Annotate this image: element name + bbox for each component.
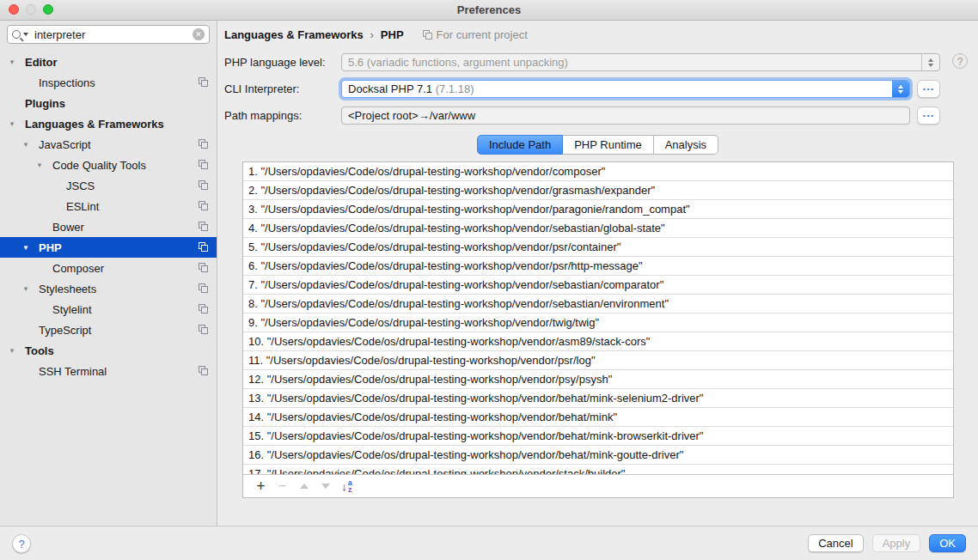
include-path-row[interactable]: 15. "/Users/opdavies/Code/os/drupal-test… xyxy=(243,427,953,446)
path-mappings-field[interactable]: <Project root>→/var/www xyxy=(341,107,910,125)
include-path-row[interactable]: 6. "/Users/opdavies/Code/os/drupal-testi… xyxy=(243,257,953,276)
per-project-settings-icon xyxy=(199,325,208,334)
preferences-window: Preferences ✕ ▼EditorInspectionsPlugins▼… xyxy=(0,0,978,560)
move-up-button[interactable] xyxy=(293,475,315,497)
close-window-icon[interactable] xyxy=(9,4,19,15)
edit-path-mappings-button[interactable]: ... xyxy=(917,107,940,125)
expand-arrow-icon[interactable]: ▼ xyxy=(22,141,39,149)
search-options-chevron-icon[interactable] xyxy=(23,33,28,36)
sidebar-item-ssh-terminal[interactable]: SSH Terminal xyxy=(0,361,217,381)
sidebar-item-label: Plugins xyxy=(25,97,65,110)
sidebar-item-label: Tools xyxy=(25,344,54,357)
sidebar-item-plugins[interactable]: Plugins xyxy=(0,93,217,113)
clear-search-icon[interactable]: ✕ xyxy=(193,28,205,40)
expand-arrow-icon[interactable]: ▼ xyxy=(9,58,25,66)
minimize-window-icon[interactable] xyxy=(26,4,36,15)
tab-php-runtime[interactable]: PHP Runtime xyxy=(563,135,654,155)
include-path-row[interactable]: 9. "/Users/opdavies/Code/os/drupal-testi… xyxy=(243,313,953,332)
sidebar-item-label: Editor xyxy=(25,56,58,69)
per-project-settings-icon xyxy=(199,201,208,210)
breadcrumb-current: PHP xyxy=(381,28,404,41)
expand-arrow-icon[interactable]: ▼ xyxy=(9,347,25,355)
per-project-settings-icon xyxy=(199,283,208,293)
expand-arrow-icon[interactable]: ▼ xyxy=(36,161,52,169)
per-project-settings-icon xyxy=(199,222,208,231)
remove-path-button[interactable]: − xyxy=(272,475,293,497)
apply-button[interactable]: Apply xyxy=(872,534,921,552)
interpreter-version: (7.1.18) xyxy=(436,82,474,95)
expand-arrow-icon[interactable]: ▼ xyxy=(9,120,25,128)
path-mappings-label: Path mappings: xyxy=(224,109,341,122)
include-path-row[interactable]: 12. "/Users/opdavies/Code/os/drupal-test… xyxy=(243,370,953,389)
breadcrumb-parent: Languages & Frameworks xyxy=(224,28,364,41)
expand-arrow-icon[interactable]: ▼ xyxy=(22,244,39,252)
include-path-row[interactable]: 10. "/Users/opdavies/Code/os/drupal-test… xyxy=(243,332,953,351)
search-input[interactable] xyxy=(33,27,193,42)
language-level-label: PHP language level: xyxy=(224,56,341,69)
context-help-icon[interactable]: ? xyxy=(952,53,968,69)
sidebar-item-code-quality-tools[interactable]: ▼Code Quality Tools xyxy=(0,155,217,175)
sidebar-item-typescript[interactable]: TypeScript xyxy=(0,320,217,340)
dialog-footer: ? Cancel Apply OK xyxy=(0,526,978,560)
cli-interpreter-dropdown[interactable]: Docksal PHP 7.1 (7.1.18) xyxy=(341,80,910,98)
sidebar-item-inspections[interactable]: Inspections xyxy=(0,72,217,93)
sidebar-item-stylelint[interactable]: Stylelint xyxy=(0,299,217,320)
include-path-row[interactable]: 14. "/Users/opdavies/Code/os/drupal-test… xyxy=(243,408,953,427)
sidebar-item-label: Code Quality Tools xyxy=(52,159,146,172)
sort-alphabetically-button[interactable]: ↓ az xyxy=(336,475,358,497)
tab-include-path[interactable]: Include Path xyxy=(477,135,563,155)
sidebar-item-stylesheets[interactable]: ▼Stylesheets xyxy=(0,278,217,299)
php-settings-tabs: Include PathPHP RuntimeAnalysis xyxy=(217,135,978,155)
sidebar-item-label: Composer xyxy=(52,262,104,275)
include-path-row[interactable]: 4. "/Users/opdavies/Code/os/drupal-testi… xyxy=(243,219,953,238)
zoom-window-icon[interactable] xyxy=(43,4,53,15)
sidebar-item-eslint[interactable]: ESLint xyxy=(0,196,217,216)
include-path-row[interactable]: 8. "/Users/opdavies/Code/os/drupal-testi… xyxy=(243,295,953,313)
dropdown-stepper-icon[interactable] xyxy=(921,54,939,70)
per-project-settings-icon xyxy=(199,242,208,252)
search-icon xyxy=(12,30,21,39)
sidebar-item-jscs[interactable]: JSCS xyxy=(0,175,217,196)
add-path-button[interactable]: + xyxy=(250,475,272,497)
include-path-row[interactable]: 2. "/Users/opdavies/Code/os/drupal-testi… xyxy=(243,181,953,200)
per-project-settings-icon xyxy=(199,77,208,87)
sidebar-item-bower[interactable]: Bower xyxy=(0,216,217,237)
include-path-row[interactable]: 7. "/Users/opdavies/Code/os/drupal-testi… xyxy=(243,276,953,295)
include-path-row[interactable]: 1. "/Users/opdavies/Code/os/drupal-testi… xyxy=(243,162,953,181)
sidebar-item-composer[interactable]: Composer xyxy=(0,258,217,278)
browse-interpreters-button[interactable]: ... xyxy=(917,80,940,98)
sort-az-icon: ↓ az xyxy=(341,479,352,493)
sidebar-item-label: ESLint xyxy=(66,200,99,213)
sidebar-item-tools[interactable]: ▼Tools xyxy=(0,340,217,361)
dropdown-stepper-icon[interactable] xyxy=(892,81,909,97)
sidebar-item-label: PHP xyxy=(39,241,62,254)
include-path-row[interactable]: 16. "/Users/opdavies/Code/os/drupal-test… xyxy=(243,446,953,465)
include-path-list: 1. "/Users/opdavies/Code/os/drupal-testi… xyxy=(243,162,953,474)
tab-analysis[interactable]: Analysis xyxy=(654,135,718,155)
settings-search-box[interactable]: ✕ xyxy=(7,25,210,44)
sidebar-item-label: Stylesheets xyxy=(39,283,96,295)
breadcrumb-separator-icon: › xyxy=(370,29,374,41)
sidebar-item-label: Bower xyxy=(52,221,84,234)
include-path-row[interactable]: 3. "/Users/opdavies/Code/os/drupal-testi… xyxy=(243,200,953,219)
php-settings-panel: Languages & Frameworks › PHP For current… xyxy=(217,21,978,526)
include-path-row[interactable]: 5. "/Users/opdavies/Code/os/drupal-testi… xyxy=(243,238,953,257)
help-button[interactable]: ? xyxy=(12,534,31,553)
move-down-button[interactable] xyxy=(315,475,336,497)
settings-sidebar: ✕ ▼EditorInspectionsPlugins▼Languages & … xyxy=(0,21,217,526)
expand-arrow-icon[interactable]: ▼ xyxy=(22,285,39,293)
language-level-dropdown[interactable]: 5.6 (variadic functions, argument unpack… xyxy=(341,53,940,71)
sidebar-item-editor[interactable]: ▼Editor xyxy=(0,52,217,72)
sidebar-item-label: TypeScript xyxy=(39,324,91,337)
include-path-row[interactable]: 13. "/Users/opdavies/Code/os/drupal-test… xyxy=(243,389,953,408)
sidebar-item-label: Inspections xyxy=(39,76,95,89)
include-path-row[interactable]: 17. "/Users/opdavies/Code/os/drupal-test… xyxy=(243,465,953,474)
sidebar-item-php[interactable]: ▼PHP xyxy=(0,237,217,258)
cancel-button[interactable]: Cancel xyxy=(808,534,863,552)
sidebar-item-label: Stylelint xyxy=(52,303,92,316)
include-path-row[interactable]: 11. "/Users/opdavies/Code/os/drupal-test… xyxy=(243,351,953,370)
ok-button[interactable]: OK xyxy=(929,534,966,552)
sidebar-item-label: SSH Terminal xyxy=(39,365,107,378)
sidebar-item-javascript[interactable]: ▼JavaScript xyxy=(0,134,217,155)
sidebar-item-languages-frameworks[interactable]: ▼Languages & Frameworks xyxy=(0,113,217,134)
